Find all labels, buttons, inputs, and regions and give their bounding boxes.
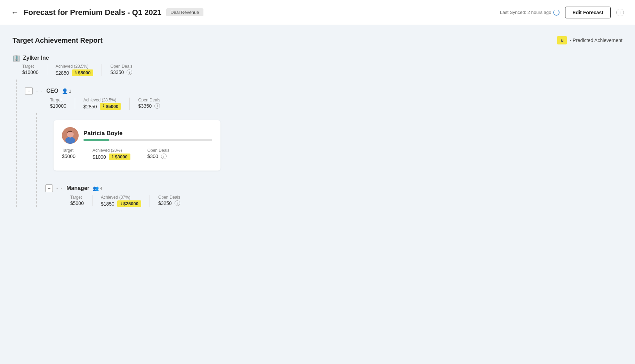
manager-target-value: $5000 [70, 200, 84, 206]
ceo-achieved-label: Achieved (28.5%) [83, 98, 121, 102]
company-target-label: Target [22, 64, 39, 69]
ceo-achieved-value: $2850 [83, 104, 97, 109]
last-synced-text: Last Synced: 2 hours ago [500, 9, 560, 16]
header-right: Last Synced: 2 hours ago Edit Forecast i [500, 7, 624, 18]
company-open-deals-label: Open Deals [110, 64, 132, 69]
avatar-patricia [62, 127, 79, 144]
ceo-member-count: 👤 1 [62, 88, 71, 94]
header: ← Forecast for Premium Deals - Q1 2021 D… [0, 0, 635, 25]
progress-bar [83, 139, 212, 141]
company-achieved-value: $2850 [56, 70, 69, 76]
company-open-deals-value: $3350 [110, 69, 124, 75]
open-deals-info-icon[interactable]: i [127, 69, 132, 75]
report-title: Target Achievement Report [13, 36, 103, 44]
ceo-target-block: Target $10000 [50, 98, 75, 109]
sync-icon[interactable] [553, 9, 560, 16]
manager-achieved-block: Achieved (37%) $1850 ⌇ $25000 [101, 195, 150, 207]
ceo-collapse-button[interactable]: − [25, 87, 33, 95]
ceo-stats: Target $10000 Achieved (28.5%) $2850 ⌇ $… [50, 98, 622, 110]
person-target-label: Target [62, 148, 75, 153]
manager-open-deals-label: Open Deals [158, 195, 180, 200]
edit-forecast-button[interactable]: Edit Forecast [565, 7, 611, 18]
person-card-header: Patricia Boyle [62, 127, 212, 144]
manager-achieved-value: $1850 [101, 201, 114, 207]
person-achieved-block: Achieved (20%) $1000 ⌇ $3000 [93, 148, 139, 160]
person-target-value: $5000 [62, 154, 75, 159]
header-left: ← Forecast for Premium Deals - Q1 2021 D… [11, 8, 495, 17]
manager-predicted-badge: ⌇ $25000 [117, 200, 141, 207]
ceo-target-label: Target [50, 98, 66, 102]
person-info: Patricia Boyle [83, 130, 212, 141]
report-header: Target Achievement Report ɴ - Predicted … [13, 36, 622, 44]
company-stats: Target $10000 Achieved (28.5%) $2850 ⌇ $… [22, 64, 622, 76]
company-achieved-label: Achieved (28.5%) [56, 64, 94, 69]
manager-dashes: - - [56, 185, 63, 191]
manager-target-label: Target [70, 195, 84, 200]
back-button[interactable]: ← [11, 9, 19, 16]
manager-open-deals-info-icon[interactable]: i [175, 200, 180, 206]
person-target-block: Target $5000 [62, 148, 84, 159]
manager-people-icon: 👥 [93, 185, 99, 191]
company-achieved-block: Achieved (28.5%) $2850 ⌇ $5000 [56, 64, 102, 76]
person-open-deals-info-icon[interactable]: i [161, 154, 167, 159]
company-target-value: $10000 [22, 69, 39, 75]
predicted-legend-label: - Predicted Achievement [570, 38, 622, 43]
company-open-deals-block: Open Deals $3350 i [110, 64, 140, 75]
person-achieved-value: $1000 [93, 154, 106, 160]
company-stats-row: Target $10000 Achieved (28.5%) $2850 ⌇ $… [22, 64, 622, 76]
ceo-achieved-block: Achieved (28.5%) $2850 ⌇ $5000 [83, 98, 130, 110]
company-target-block: Target $10000 [22, 64, 47, 75]
ceo-open-deals-label: Open Deals [138, 98, 160, 102]
manager-achieved-label: Achieved (37%) [101, 195, 141, 200]
manager-role-name: Manager [66, 185, 89, 191]
people-icon: 👤 [62, 88, 68, 94]
manager-stats-row: Target $5000 Achieved (37%) $1850 [70, 195, 622, 207]
manager-open-deals-value: $3250 [158, 200, 172, 206]
ceo-predicted-badge: ⌇ $5000 [100, 103, 121, 110]
ceo-role-row: − - - CEO 👤 1 [25, 87, 622, 95]
person-card-patricia: Patricia Boyle Target $5000 [54, 120, 220, 171]
ceo-role-name: CEO [46, 88, 58, 94]
person-open-deals-block: Open Deals $300 i [147, 148, 178, 159]
company-section: 🏢 Zylker Inc Target $10000 Achieved (28.… [13, 54, 622, 207]
person-achieved-label: Achieved (20%) [93, 148, 130, 153]
page-title: Forecast for Premium Deals - Q1 2021 [24, 8, 161, 17]
person-name: Patricia Boyle [83, 130, 212, 137]
person-predicted-badge: ⌇ $3000 [109, 154, 130, 160]
ceo-open-deals-block: Open Deals $3350 i [138, 98, 168, 109]
ceo-open-deals-value: $3350 [138, 103, 152, 109]
manager-role-row: − - - Manager 👥 4 [45, 184, 622, 192]
manager-member-count: 👥 4 [93, 185, 102, 191]
manager-open-deals-block: Open Deals $3250 i [158, 195, 188, 206]
main-content: Target Achievement Report ɴ - Predicted … [0, 25, 635, 222]
predicted-legend: ɴ - Predicted Achievement [557, 36, 622, 44]
ceo-target-value: $10000 [50, 103, 66, 109]
svg-point-1 [65, 137, 75, 144]
company-predicted-badge: ⌇ $5000 [72, 69, 94, 76]
manager-collapse-button[interactable]: − [45, 184, 53, 192]
company-name: Zylker Inc [23, 55, 49, 61]
ceo-open-deals-info-icon[interactable]: i [154, 103, 160, 109]
ceo-stats-row: Target $10000 Achieved (28.5%) $2850 ⌇ $… [50, 98, 622, 110]
manager-stats: Target $5000 Achieved (37%) $1850 [70, 195, 622, 207]
ceo-section: − - - CEO 👤 1 Target $10000 [25, 87, 622, 207]
manager-target-block: Target $5000 [70, 195, 93, 206]
deal-revenue-badge[interactable]: Deal Revenue [166, 8, 203, 16]
person-stats-row: Target $5000 Achieved (20%) $1000 ⌇ $300… [62, 148, 212, 160]
predicted-icon-box: ɴ [557, 36, 567, 44]
person-open-deals-value: $300 [147, 154, 158, 159]
building-icon: 🏢 [13, 54, 20, 62]
company-row: 🏢 Zylker Inc [13, 54, 622, 62]
info-icon[interactable]: i [616, 9, 624, 16]
progress-bar-fill [83, 139, 109, 141]
person-open-deals-label: Open Deals [147, 148, 169, 153]
ceo-dashes: - - [36, 88, 43, 94]
manager-section: − - - Manager 👥 4 T [45, 176, 622, 207]
